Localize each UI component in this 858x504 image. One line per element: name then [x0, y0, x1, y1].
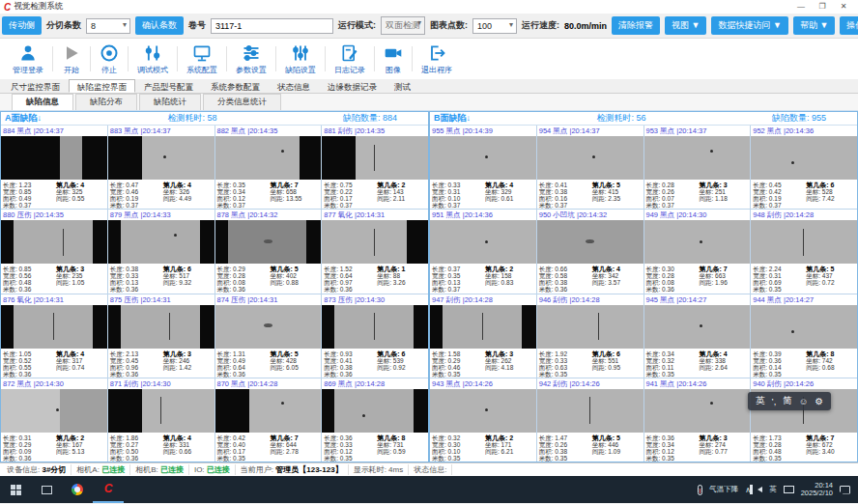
defect-stats: 长度: 1.47宽度: 0.26面积: 0.38米数: 0.35第几条: 5坐标… — [537, 433, 644, 462]
main-tab-6[interactable]: 测试 — [386, 79, 419, 93]
defect-cell[interactable]: 945 黑点 |20:14:27长度: 0.34宽度: 0.32面积: 0.11… — [644, 294, 751, 378]
view-menu-button[interactable]: 视图 ▼ — [665, 16, 706, 35]
sub-tab-2[interactable]: 缺陷统计 — [139, 94, 201, 110]
maximize-button[interactable]: ❐ — [812, 0, 833, 14]
panel-title[interactable]: B面缺陷↓ — [434, 112, 471, 125]
defect-cell[interactable]: 881 刮伤 |20:14:35长度: 0.75宽度: 0.22面积: 0.17… — [322, 126, 428, 209]
close-button[interactable]: ✕ — [833, 0, 854, 14]
defect-cell[interactable]: 877 氧化 |20:14:31长度: 1.52宽度: 0.64面积: 0.97… — [322, 210, 428, 293]
gear-icon[interactable]: ⚙ — [815, 396, 823, 406]
main-tab-1[interactable]: 缺陷监控界面 — [69, 79, 135, 93]
defect-cell[interactable]: 880 压伤 |20:14:35长度: 0.85宽度: 0.56面积: 0.48… — [1, 210, 107, 293]
tool-defect-settings[interactable]: 缺陷设置 — [276, 39, 325, 79]
sub-tab-0[interactable]: 缺陷信息 — [12, 94, 73, 110]
defect-cell[interactable]: 947 刮伤 |20:14:28长度: 1.58宽度: 0.29面积: 0.46… — [430, 294, 536, 378]
main-tab-4[interactable]: 状态信息 — [269, 79, 319, 93]
defect-cell[interactable]: 944 黑点 |20:14:27长度: 0.39宽度: 0.36面积: 0.14… — [751, 294, 857, 378]
defect-cell[interactable]: 950 小凹坑 |20:14:32长度: 0.66宽度: 0.58面积: 0.3… — [537, 210, 644, 293]
defect-cell[interactable]: 954 黑点 |20:14:37长度: 0.41宽度: 0.38面积: 0.16… — [537, 126, 644, 209]
defect-cell[interactable]: 949 黑点 |20:14:30长度: 0.30宽度: 0.28面积: 0.08… — [644, 210, 751, 293]
tool-start[interactable]: 开始 — [53, 39, 90, 79]
tool-debug-mode[interactable]: 调试模式 — [129, 39, 177, 79]
defect-cell[interactable]: 951 黑点 |20:14:36长度: 0.37宽度: 0.35面积: 0.13… — [430, 210, 536, 293]
defect-cell[interactable]: 955 黑点 |20:14:39长度: 0.33宽度: 0.31面积: 0.10… — [430, 126, 536, 209]
main-tab-2[interactable]: 产品型号配置 — [135, 79, 202, 93]
defect-cell[interactable]: 883 黑点 |20:14:37长度: 0.47宽度: 0.46面积: 0.19… — [108, 126, 214, 209]
weather-text[interactable]: 气温下降 — [709, 485, 738, 494]
emoji-icon[interactable]: ☺ — [799, 396, 809, 406]
run-speed-label: 运行速度: — [522, 19, 559, 32]
simplified-toggle[interactable]: 简 — [783, 395, 792, 407]
help-menu-button[interactable]: 帮助 ▼ — [793, 16, 835, 35]
defect-cell[interactable]: 876 氧化 |20:14:31长度: 1.05宽度: 0.52面积: 0.55… — [1, 294, 107, 378]
defect-cell[interactable]: 943 黑点 |20:14:26长度: 0.32宽度: 0.30面积: 0.10… — [430, 378, 536, 462]
task-view-button[interactable] — [31, 476, 62, 503]
minimize-button[interactable]: — — [790, 0, 812, 14]
defect-cell[interactable]: 879 黑点 |20:14:33长度: 0.38宽度: 0.33面积: 0.13… — [108, 210, 214, 293]
defect-cell[interactable]: 870 黑点 |20:14:28长度: 0.42宽度: 0.40面积: 0.17… — [215, 378, 322, 462]
clock[interactable]: 20:14 2025/2/10 — [801, 482, 833, 497]
defect-stats: 长度: 0.47宽度: 0.46面积: 0.19米数: 0.37第几条: 4坐标… — [108, 180, 214, 209]
sub-tab-1[interactable]: 缺陷分布 — [75, 94, 137, 110]
chart-points-select[interactable]: 100 — [472, 18, 517, 34]
confirm-count-button[interactable]: 确认条数 — [135, 16, 184, 35]
browser-app-button[interactable] — [62, 476, 93, 503]
defect-cell-header: 942 刮伤 |20:14:26 — [537, 378, 644, 389]
defect-cell[interactable]: 874 压伤 |20:14:31长度: 1.31宽度: 0.49面积: 0.64… — [215, 294, 322, 378]
defect-cell[interactable]: 872 黑点 |20:14:30长度: 0.31宽度: 0.29面积: 0.09… — [1, 378, 107, 462]
defect-cell[interactable]: 873 压伤 |20:14:30长度: 0.93宽度: 0.41面积: 0.38… — [322, 294, 428, 378]
lang-en-toggle[interactable]: 英 — [756, 395, 765, 407]
status-bar: 设备信息: 3#分切相机A: 已连接相机B: 已连接IO: 已连接当前用户: 管… — [0, 462, 858, 476]
clear-alarm-button[interactable]: 清除报警 — [612, 16, 660, 35]
defect-cell[interactable]: 869 黑点 |20:14:28长度: 0.36宽度: 0.33面积: 0.12… — [322, 378, 428, 462]
tool-log-record[interactable]: 日志记录 — [326, 39, 374, 79]
start-button[interactable] — [0, 476, 31, 503]
defect-cell[interactable]: 871 刮伤 |20:14:30长度: 1.86宽度: 0.27面积: 0.50… — [108, 378, 214, 462]
defect-cell[interactable]: 882 黑点 |20:14:35长度: 0.35宽度: 0.34面积: 0.12… — [215, 126, 322, 209]
run-mode-select[interactable]: 双面检测 — [381, 16, 425, 35]
punctuation-toggle[interactable]: ’, — [772, 396, 777, 406]
defect-cell[interactable]: 952 黑点 |20:14:36长度: 0.45宽度: 0.42面积: 0.19… — [751, 126, 857, 209]
stats-right: 第几条: 6坐标: 539间距: 0.92 — [377, 350, 426, 378]
defect-cell-header: 872 黑点 |20:14:30 — [1, 378, 107, 389]
main-tab-5[interactable]: 边缘数据记录 — [319, 79, 386, 93]
input-method-bar[interactable]: 英’,简☺⚙ — [748, 392, 831, 410]
inspection-app-button[interactable]: C — [93, 476, 124, 503]
status-segment-6: 状态信息: — [409, 464, 452, 475]
defect-cell[interactable]: 946 刮伤 |20:14:28长度: 1.92宽度: 0.33面积: 0.63… — [537, 294, 644, 378]
sub-tab-3[interactable]: 分类信息统计 — [203, 94, 281, 110]
drive-side-button[interactable]: 传动侧 — [2, 16, 42, 35]
run-mode-label: 运行模式: — [338, 19, 376, 32]
operator-side-button[interactable]: 操作侧 — [840, 16, 858, 35]
defect-cell[interactable]: 884 黑点 |20:14:37长度: 1.23宽度: 0.85面积: 0.49… — [1, 126, 107, 209]
defect-cell[interactable]: 941 黑点 |20:14:26长度: 0.36宽度: 0.34面积: 0.12… — [644, 378, 751, 462]
stats-right: 第几条: 4坐标: 326间距: 4.49 — [163, 182, 213, 209]
defect-image — [322, 305, 428, 349]
defect-cell[interactable]: 878 黑点 |20:14:32长度: 0.29宽度: 0.28面积: 0.08… — [215, 210, 322, 293]
panel-title[interactable]: A面缺陷↓ — [5, 112, 42, 125]
tool-param-settings[interactable]: 参数设置 — [227, 39, 275, 79]
defect-cell[interactable]: 875 压伤 |20:14:31长度: 2.13宽度: 0.45面积: 0.96… — [108, 294, 214, 378]
tool-label: 缺陷设置 — [285, 65, 316, 75]
tool-image[interactable]: 图像 — [375, 39, 412, 79]
defect-count: 缺陷数量: 884 — [343, 112, 397, 125]
defect-image — [215, 136, 322, 180]
roll-number-input[interactable] — [211, 18, 333, 34]
defect-cell[interactable]: 940 刮伤 |20:14:26长度: 1.73宽度: 0.28面积: 0.48… — [751, 378, 857, 462]
keyboard-icon[interactable] — [784, 486, 794, 493]
defect-cell[interactable]: 953 黑点 |20:14:37长度: 0.28宽度: 0.26面积: 0.07… — [644, 126, 751, 209]
notification-center-icon[interactable] — [840, 486, 850, 494]
tool-stop[interactable]: 停止 — [91, 39, 128, 79]
volume-icon[interactable] — [758, 487, 762, 492]
tool-exit-program[interactable]: 退出程序 — [413, 39, 461, 79]
main-tab-0[interactable]: 尺寸监控界面 — [2, 79, 69, 93]
defect-cell[interactable]: 948 刮伤 |20:14:28长度: 2.24宽度: 0.31面积: 0.69… — [751, 210, 857, 293]
strip-count-select[interactable]: 8 — [86, 18, 130, 34]
tool-system-config[interactable]: 系统配置 — [178, 39, 226, 79]
data-quick-access-button[interactable]: 数据快捷访问 ▼ — [711, 16, 787, 35]
tool-admin-login[interactable]: 管理登录 — [4, 39, 52, 79]
defect-cell[interactable]: 942 刮伤 |20:14:26长度: 1.47宽度: 0.26面积: 0.38… — [537, 378, 644, 462]
language-indicator[interactable]: 英 — [769, 485, 777, 494]
main-tab-3[interactable]: 系统参数配置 — [202, 79, 269, 93]
system-tray: 气温下降 ∧ 英 20:14 2025/2/10 — [698, 482, 858, 497]
